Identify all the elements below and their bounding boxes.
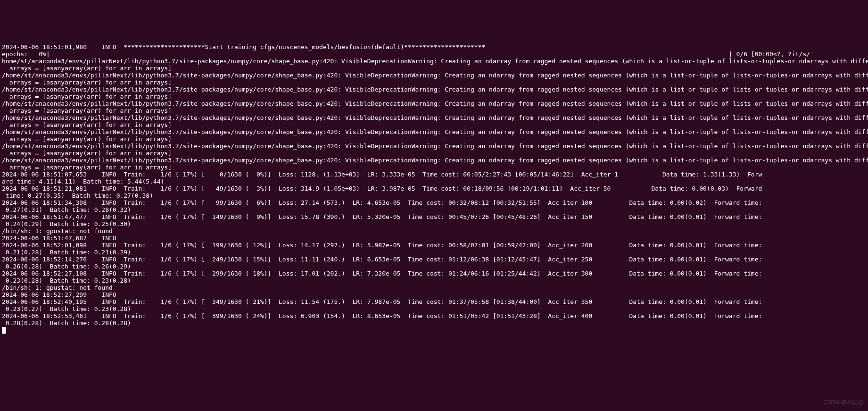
train-log-line: 0.23(0.27) Batch time: 0.23(0.28) xyxy=(2,305,131,312)
deprecation-trace: arrays = [asanyarray(arr) for arr in arr… xyxy=(2,79,172,86)
deprecation-trace: arrays = [asanyarray(arr) for arr in arr… xyxy=(2,65,172,72)
deprecation-warning: /home/st/anaconda3/envs/pillarNext/lib/p… xyxy=(2,86,868,93)
shell-error: /bin/sh: 1: gpustat: not found xyxy=(2,227,113,235)
train-log-line: time: 0.27(0.35) Batch time: 0.27(0.38) xyxy=(2,192,153,199)
deprecation-warning: /home/st/anaconda3/envs/pillarNext/lib/p… xyxy=(2,157,868,164)
log-start: 2024-06-06 18:51:01,980 INFO ***********… xyxy=(2,43,485,50)
train-log-line: ard time: 4.11(4.11) Batch time: 5.44(5.… xyxy=(2,178,164,185)
train-log-line: 2024-06-06 18:52:01,098 INFO Train: 1/6 … xyxy=(2,242,762,249)
deprecation-warning: /home/st/anaconda3/envs/pillarNext/lib/p… xyxy=(2,143,868,150)
train-log-line: 0.26(0.28) Batch time: 0.26(0.29) xyxy=(2,263,131,270)
train-log-line: 2024-06-06 18:52:53,461 INFO Train: 1/6 … xyxy=(2,312,762,319)
train-log-line: 2024-06-06 18:51:34,398 INFO Train: 1/6 … xyxy=(2,199,762,206)
deprecation-warning: /home/st/anaconda3/envs/pillarNext/lib/p… xyxy=(2,128,868,135)
train-log-line: 0.21(0.28) Batch time: 0.21(0.29) xyxy=(2,249,131,256)
terminal-output[interactable]: 2024-06-06 18:51:01,980 INFO ***********… xyxy=(0,35,868,335)
train-log-line: 2024-06-06 18:52:27,299 INFO xyxy=(2,291,124,298)
train-log-line: 0.24(0.29) Batch time: 0.25(0.30) xyxy=(2,220,131,227)
train-log-line: 2024-06-06 18:52:27,108 INFO Train: 1/6 … xyxy=(2,270,762,277)
train-log-line: 0.27(0.31) Batch time: 0.28(0.32) xyxy=(2,206,131,213)
train-log-line: 2024-06-06 18:51:47,687 INFO xyxy=(2,235,124,242)
deprecation-warning: home/st/anaconda3/envs/pillarNext/lib/py… xyxy=(2,58,868,65)
deprecation-trace: arrays = [asanyarray(arr) for arr in arr… xyxy=(2,121,172,128)
deprecation-trace: arrays = [asanyarray(arr) for arr in arr… xyxy=(2,164,172,171)
train-log-line: 0.28(0.28) Batch time: 0.28(0.28) xyxy=(2,319,131,327)
shell-error: /bin/sh: 1: gpustat: not found xyxy=(2,284,113,291)
deprecation-warning: /home/st/anaconda3/envs/pillarNext/lib/p… xyxy=(2,114,868,121)
progress-bar: epochs: 0%| | 0 xyxy=(2,50,810,58)
train-log-line: 2024-06-06 18:52:40,195 INFO Train: 1/6 … xyxy=(2,298,762,305)
train-log-line: 2024-06-06 18:51:21,081 INFO Train: 1/6 … xyxy=(2,185,762,192)
train-log-line: 2024-06-06 18:51:47,477 INFO Train: 1/6 … xyxy=(2,213,762,220)
terminal-cursor xyxy=(2,327,6,334)
deprecation-warning: /home/st/anaconda3/envs/pillarNext/lib/p… xyxy=(2,72,868,79)
train-log-line: 2024-06-06 18:51:07,653 INFO Train: 1/6 … xyxy=(2,171,762,178)
deprecation-trace: arrays = [asanyarray(arr) for arr in arr… xyxy=(2,107,172,114)
train-log-line: 0.23(0.28) Batch time: 0.23(0.28) xyxy=(2,277,131,284)
deprecation-trace: arrays = [asanyarray(arr) for arr in arr… xyxy=(2,135,172,143)
deprecation-trace: arrays = [asanyarray(arr) for arr in arr… xyxy=(2,93,172,100)
deprecation-trace: arrays = [asanyarray(arr) for arr in arr… xyxy=(2,150,172,157)
deprecation-warning: /home/st/anaconda3/envs/pillarNext/lib/p… xyxy=(2,100,868,107)
train-log-line: 2024-06-06 18:52:14,276 INFO Train: 1/6 … xyxy=(2,256,762,263)
